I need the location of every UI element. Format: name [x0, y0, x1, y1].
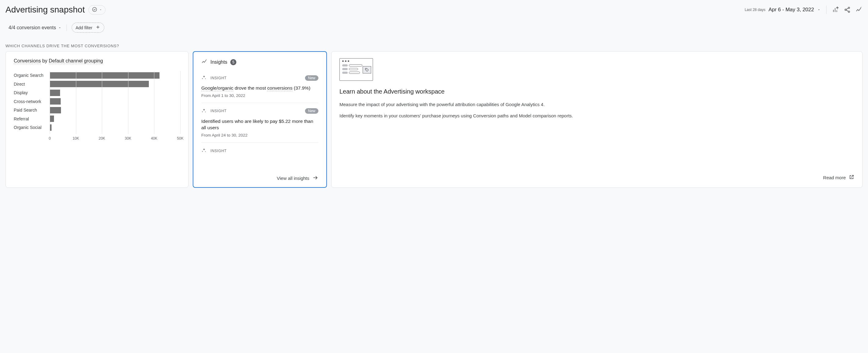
sparkle-icon — [201, 148, 207, 154]
svg-point-0 — [92, 7, 97, 11]
share-icon[interactable] — [844, 6, 851, 13]
view-all-insights-link[interactable]: View all insights — [193, 172, 326, 183]
insights-count-badge: 5 — [230, 59, 236, 65]
chart-x-tick: 50K — [177, 136, 183, 140]
chart-bar-row: Paid Search — [50, 106, 180, 115]
chart-title: Conversions by Default channel grouping — [14, 58, 180, 64]
chart-x-tick: 20K — [99, 136, 105, 140]
insight-item[interactable]: INSIGHT — [201, 143, 318, 162]
chart-bar-row: Direct — [50, 80, 180, 89]
insights-trend-icon — [201, 59, 207, 66]
bar-chart: Organic SearchDirectDisplayCross-network… — [14, 71, 180, 142]
view-all-insights-label: View all insights — [277, 175, 309, 181]
chart-bar-label: Organic Social — [14, 125, 48, 130]
chart-bar[interactable] — [50, 90, 60, 96]
learn-card-body: Measure the impact of your advertising w… — [339, 101, 854, 124]
chevron-down-icon — [58, 26, 62, 30]
insight-tag: INSIGHT — [211, 76, 227, 80]
chart-bar[interactable] — [50, 81, 149, 87]
chart-bar[interactable] — [50, 116, 54, 122]
chart-bar-row: Organic Social — [50, 123, 180, 132]
open-in-new-icon — [849, 174, 854, 181]
chart-bar-label: Display — [14, 90, 48, 95]
date-range-picker[interactable]: Last 28 days Apr 6 - May 3, 2022 — [745, 7, 821, 13]
chevron-down-icon — [99, 7, 102, 12]
chart-x-tick: 30K — [125, 136, 131, 140]
customize-report-icon[interactable] — [832, 6, 839, 13]
chart-gridline — [76, 71, 76, 134]
chart-bar-label: Organic Search — [14, 73, 48, 78]
chart-bar[interactable] — [50, 98, 61, 104]
chart-bar[interactable] — [50, 72, 159, 78]
chart-bar-row: Display — [50, 88, 180, 97]
chart-bar-row: Cross-network — [50, 97, 180, 106]
insights-list[interactable]: INSIGHTNewGoogle/organic drove the most … — [193, 70, 326, 172]
chart-gridline — [154, 71, 154, 134]
insight-item[interactable]: INSIGHTNewIdentified users who are likel… — [201, 103, 318, 143]
insight-title: Google/organic drove the most conversion… — [201, 85, 318, 92]
check-circle-icon — [92, 7, 97, 13]
plus-icon — [95, 25, 100, 31]
read-more-label: Read more — [823, 175, 846, 180]
read-more-link[interactable]: Read more — [339, 174, 854, 181]
insight-item[interactable]: INSIGHTNewGoogle/organic drove the most … — [201, 70, 318, 103]
chevron-down-icon — [817, 8, 821, 11]
insights-card: Insights 5 INSIGHTNewGoogle/organic drov… — [193, 51, 327, 188]
chart-bar-label: Direct — [14, 82, 48, 87]
new-badge: New — [305, 108, 318, 114]
new-badge: New — [305, 75, 318, 81]
divider — [66, 24, 67, 31]
arrow-right-icon — [312, 175, 318, 182]
svg-point-2 — [845, 9, 846, 11]
svg-point-3 — [848, 11, 850, 12]
chart-bar-row: Organic Search — [50, 71, 180, 80]
add-filter-button[interactable]: Add filter — [72, 23, 104, 33]
chart-gridline — [128, 71, 128, 134]
tag-icon — [363, 66, 371, 73]
chart-title-metric[interactable]: Conversions — [14, 58, 41, 64]
sparkle-icon — [201, 75, 207, 81]
workspace-illustration — [339, 58, 373, 81]
chart-title-dimension[interactable]: Default channel grouping — [49, 58, 103, 64]
svg-point-1 — [848, 7, 850, 8]
insight-tag: INSIGHT — [211, 149, 227, 153]
chart-bar-label: Paid Search — [14, 107, 48, 113]
insight-tag: INSIGHT — [211, 109, 227, 113]
sparkle-icon — [201, 108, 207, 114]
insight-title: Identified users who are likely to pay $… — [201, 118, 318, 131]
insights-title: Insights — [211, 59, 227, 65]
chart-gridline — [102, 71, 102, 134]
chart-bar-label: Cross-network — [14, 99, 48, 104]
section-heading: WHICH CHANNELS DRIVE THE MOST CONVERSION… — [5, 38, 863, 51]
add-filter-label: Add filter — [75, 25, 92, 30]
conversion-events-dropdown[interactable]: 4/4 conversion events — [8, 25, 62, 31]
insight-subtitle: From April 24 to 30, 2022 — [201, 133, 318, 137]
date-range-label: Last 28 days — [745, 8, 766, 12]
chart-x-tick: 40K — [151, 136, 157, 140]
chart-bar[interactable] — [50, 107, 61, 114]
chart-bar-label: Referral — [14, 117, 48, 121]
chart-x-tick: 10K — [72, 136, 79, 140]
learn-card-title: Learn about the Advertising workspace — [339, 88, 854, 95]
chart-bar-row: Referral — [50, 115, 180, 124]
learn-workspace-card: Learn about the Advertising workspace Me… — [331, 51, 863, 188]
date-range-value: Apr 6 - May 3, 2022 — [769, 7, 814, 13]
insights-spark-icon[interactable] — [855, 6, 863, 13]
insight-subtitle: From April 1 to 30, 2022 — [201, 93, 318, 98]
divider — [826, 5, 827, 14]
conversion-events-label: 4/4 conversion events — [8, 25, 56, 31]
status-dropdown[interactable] — [88, 5, 105, 14]
chart-gridline — [180, 71, 181, 134]
page-title: Advertising snapshot — [5, 5, 85, 14]
chart-x-tick: 0 — [49, 136, 51, 140]
conversions-chart-card: Conversions by Default channel grouping … — [5, 51, 188, 188]
